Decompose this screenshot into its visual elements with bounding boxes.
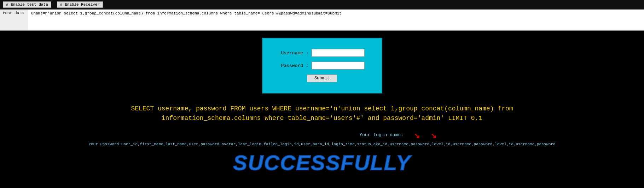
post-data-row: Post data uname=n'union select 1,group_c… [0,10,644,31]
sql-line1: SELECT username, password FROM users WHE… [131,104,513,114]
arrow-down-right: ↘ [431,129,437,141]
password-label: Password : [277,63,309,68]
enable-test-data-btn[interactable]: # Enable test data [3,1,51,8]
submit-button[interactable]: Submit [307,74,337,82]
username-row: Username : [277,49,367,57]
your-password-line: Your Password:user_id,first_name,last_na… [88,142,555,146]
password-row: Password : [277,62,367,69]
top-bar: # Enable test data # Enable Receiver [0,0,644,10]
arrow-down-left: ↘ [414,129,420,141]
sql-query-display: SELECT username, password FROM users WHE… [131,104,513,123]
enable-receiver-btn[interactable]: # Enable Receiver [57,1,103,8]
sql-line2: information_schema.columns where table_n… [131,114,513,123]
submit-row: Submit [277,74,367,82]
password-input[interactable] [312,62,365,69]
success-text: SUCCESSFULLY [233,151,411,175]
main-content: Username : Password : Submit SELECT user… [0,31,644,182]
username-input[interactable] [312,49,365,57]
login-name-line: Your login name: [359,132,404,138]
login-box: Username : Password : Submit [262,38,382,93]
post-data-label: Post data [0,10,28,30]
post-data-content: uname=n'union select 1,group_concat(colu… [28,10,644,30]
arrows-wrapper: Your login name: ↘ ↘ [0,129,644,141]
username-label: Username : [277,50,309,56]
